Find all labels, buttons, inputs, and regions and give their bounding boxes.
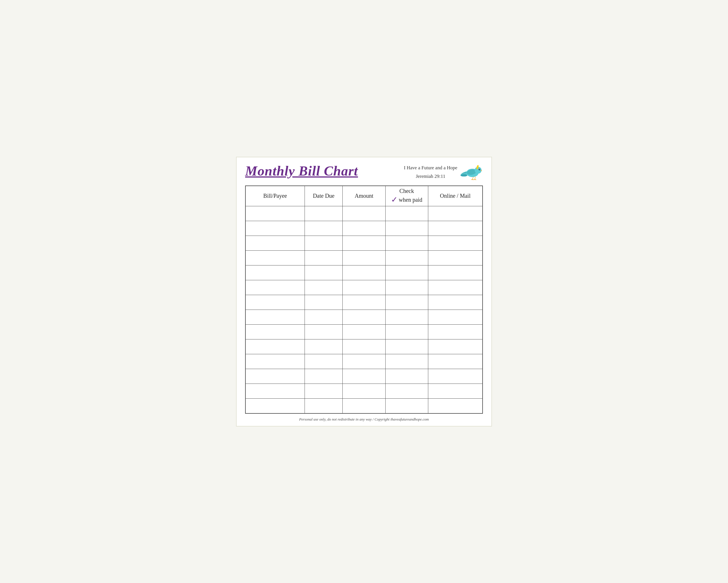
table-cell (305, 310, 343, 325)
check-header-content: Check ✓ when paid (386, 187, 428, 205)
footer: Personal use only, do not redistribute i… (245, 417, 483, 422)
table-row (245, 369, 483, 384)
table-cell (343, 310, 385, 325)
table-cell (245, 369, 305, 384)
table-cell (428, 384, 483, 399)
table-cell (385, 206, 428, 221)
table-cell (245, 399, 305, 413)
scripture-block: I Have a Future and a Hope Jeremiah 29:1… (404, 164, 457, 180)
table-cell (305, 251, 343, 265)
table-row (245, 399, 483, 413)
svg-line-17 (475, 179, 476, 180)
table-cell (245, 251, 305, 265)
table-cell (245, 384, 305, 399)
checkmark-icon: ✓ (391, 195, 397, 205)
table-row (245, 295, 483, 310)
table-cell (385, 325, 428, 339)
table-cell (245, 221, 305, 236)
table-cell (305, 221, 343, 236)
check-header-line1: Check (399, 187, 414, 195)
table-row (245, 221, 483, 236)
table-cell (385, 295, 428, 310)
table-cell (385, 221, 428, 236)
table-cell (305, 295, 343, 310)
table-cell (385, 369, 428, 384)
table-cell (245, 265, 305, 280)
table-cell (385, 236, 428, 251)
table-row (245, 265, 483, 280)
table-cell (245, 280, 305, 295)
table-cell (428, 295, 483, 310)
table-cell (428, 325, 483, 339)
table-cell (245, 339, 305, 354)
table-cell (385, 354, 428, 369)
table-cell (343, 384, 385, 399)
scripture-line2: Jeremiah 29:11 (416, 173, 445, 180)
table-container: Bill/Payee Date Due Amount Check ✓ w (245, 185, 483, 414)
table-cell (245, 206, 305, 221)
table-cell (305, 399, 343, 413)
header-section: Monthly Bill Chart I Have a Future and a… (245, 163, 483, 181)
table-cell (385, 310, 428, 325)
table-cell (343, 354, 385, 369)
table-cell (385, 384, 428, 399)
table-cell (343, 339, 385, 354)
table-cell (428, 369, 483, 384)
table-cell (305, 280, 343, 295)
table-cell (305, 236, 343, 251)
col-header-date-due: Date Due (305, 186, 343, 206)
table-cell (385, 280, 428, 295)
svg-line-11 (471, 179, 473, 180)
table-cell (343, 265, 385, 280)
table-cell (305, 325, 343, 339)
table-cell (428, 236, 483, 251)
svg-point-2 (461, 174, 467, 176)
table-cell (428, 221, 483, 236)
table-row (245, 280, 483, 295)
check-header-line2-container: ✓ when paid (391, 195, 422, 205)
table-cell (343, 295, 385, 310)
table-row (245, 206, 483, 221)
table-row (245, 251, 483, 265)
table-cell (428, 399, 483, 413)
table-cell (343, 325, 385, 339)
svg-line-15 (473, 179, 475, 180)
table-cell (428, 206, 483, 221)
bird-icon (460, 163, 483, 181)
table-cell (385, 339, 428, 354)
table-cell (343, 399, 385, 413)
scripture-line1: I Have a Future and a Hope (404, 164, 457, 172)
table-cell (305, 206, 343, 221)
table-cell (343, 251, 385, 265)
table-cell (245, 325, 305, 339)
table-row (245, 354, 483, 369)
table-row (245, 339, 483, 354)
table-cell (428, 265, 483, 280)
table-header-row: Bill/Payee Date Due Amount Check ✓ w (245, 186, 483, 206)
table-cell (343, 369, 385, 384)
table-cell (305, 354, 343, 369)
table-row (245, 236, 483, 251)
right-section: I Have a Future and a Hope Jeremiah 29:1… (404, 163, 483, 181)
svg-point-7 (479, 169, 480, 170)
table-cell (428, 339, 483, 354)
table-cell (245, 236, 305, 251)
table-cell (343, 280, 385, 295)
table-cell (385, 251, 428, 265)
table-cell (305, 384, 343, 399)
table-row (245, 384, 483, 399)
col-header-check-when-paid: Check ✓ when paid (385, 186, 428, 206)
table-cell (428, 354, 483, 369)
table-row (245, 325, 483, 339)
table-body (245, 206, 483, 413)
table-row (245, 310, 483, 325)
table-cell (245, 354, 305, 369)
page-title: Monthly Bill Chart (245, 163, 358, 179)
bill-chart-table: Bill/Payee Date Due Amount Check ✓ w (245, 185, 483, 414)
table-cell (343, 236, 385, 251)
table-cell (305, 369, 343, 384)
footer-text: Personal use only, do not redistribute i… (299, 417, 429, 422)
col-header-amount: Amount (343, 186, 385, 206)
svg-line-14 (475, 177, 475, 179)
table-cell (385, 265, 428, 280)
